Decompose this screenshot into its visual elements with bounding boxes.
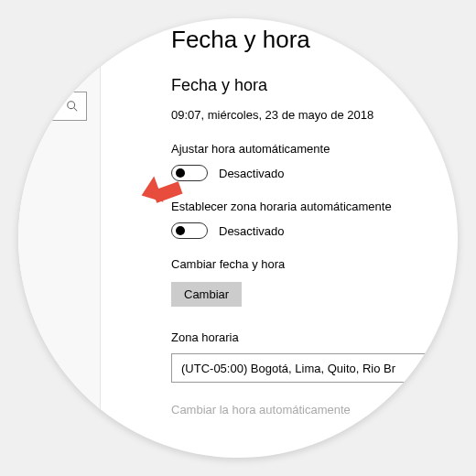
- toggle-knob: [176, 226, 185, 235]
- svg-line-1: [74, 108, 78, 112]
- section-title: Fecha y hora: [171, 76, 458, 95]
- svg-point-0: [68, 102, 75, 109]
- auto-time-state: Desactivado: [219, 167, 285, 180]
- auto-time-label: Ajustar hora automáticamente: [171, 142, 458, 156]
- current-datetime: 09:07, miércoles, 23 de mayo de 2018: [171, 108, 458, 122]
- change-button[interactable]: Cambiar: [171, 282, 242, 307]
- pointer-arrow-annotation: [141, 178, 181, 206]
- main-content: Fecha y hora Fecha y hora 09:07, miércol…: [114, 18, 458, 435]
- timezone-selected: (UTC-05:00) Bogotá, Lima, Quito, Rio Br: [181, 362, 395, 375]
- search-input[interactable]: [18, 92, 87, 121]
- auto-timezone-label: Establecer zona horaria automáticamente: [171, 200, 458, 213]
- auto-dst-label: Cambiar la hora automáticamente: [171, 403, 458, 416]
- toggle-knob: [176, 168, 185, 178]
- sidebar: [18, 46, 101, 458]
- search-icon: [66, 100, 79, 113]
- page-title: Fecha y hora: [171, 26, 458, 54]
- change-datetime-label: Cambiar fecha y hora: [171, 257, 458, 271]
- timezone-dropdown[interactable]: (UTC-05:00) Bogotá, Lima, Quito, Rio Br: [171, 353, 437, 383]
- auto-timezone-toggle[interactable]: [171, 222, 208, 239]
- timezone-label: Zona horaria: [171, 330, 458, 344]
- auto-timezone-state: Desactivado: [219, 224, 285, 238]
